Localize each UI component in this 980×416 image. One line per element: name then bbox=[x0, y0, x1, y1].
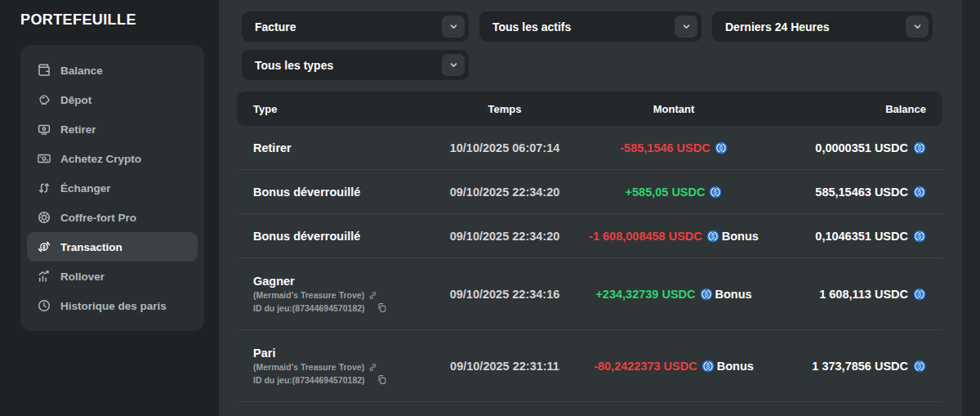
filter-types-dropdown[interactable]: Tous les types bbox=[242, 50, 469, 80]
vault-icon bbox=[37, 210, 51, 225]
sidebar-item-balance[interactable]: Balance bbox=[27, 56, 198, 85]
sidebar-item-vault-pro[interactable]: Coffre-fort Pro bbox=[27, 203, 198, 232]
transaction-type: Bonus déverrouillé bbox=[253, 230, 433, 243]
filter-period-dropdown[interactable]: Derniers 24 Heures bbox=[712, 11, 933, 42]
game-name: (Mermaid's Treasure Trove) bbox=[253, 362, 364, 372]
sidebar-item-label: Retirer bbox=[60, 123, 96, 136]
chevron-down-icon[interactable] bbox=[906, 16, 929, 38]
transaction-balance-cell: 0,0000351 USDC bbox=[771, 141, 926, 154]
transaction-balance: 1 373,7856 USDC bbox=[812, 360, 908, 373]
sidebar-item-label: Achetez Crypto bbox=[60, 153, 141, 165]
sidebar-item-label: Rollover bbox=[60, 271, 105, 283]
transaction-time: 09/10/2025 22:34:20 bbox=[433, 186, 577, 199]
transaction-row: Bonus déverrouillé09/10/2025 22:34:20-1 … bbox=[237, 214, 942, 258]
transaction-balance: 1 608,113 USDC bbox=[819, 288, 908, 301]
transaction-amount: -1 608,008458 USDC bbox=[589, 230, 702, 243]
sidebar-nav: BalanceDêpotRetirerAchetez CryptoÉchange… bbox=[20, 45, 204, 331]
transaction-type: Retirer bbox=[253, 141, 433, 154]
transaction-time: 09/10/2025 22:34:16 bbox=[433, 288, 577, 301]
transaction-amount: -585,1546 USDC bbox=[620, 141, 710, 154]
chevron-down-icon[interactable] bbox=[442, 16, 465, 38]
filter-assets-value: Tous les actifs bbox=[492, 20, 571, 34]
link-icon[interactable] bbox=[368, 363, 377, 372]
transaction-balance-cell: 1 608,113 USDC bbox=[771, 288, 926, 301]
transaction-balance-cell: 1 373,7856 USDC bbox=[771, 360, 926, 373]
transaction-type: Bonus déverrouillé bbox=[253, 186, 433, 199]
usdc-icon bbox=[913, 360, 926, 373]
page-title: PORTEFEUILLE bbox=[20, 11, 219, 29]
usdc-icon bbox=[715, 141, 728, 154]
filter-types-value: Tous les types bbox=[255, 59, 333, 72]
usdc-icon bbox=[913, 288, 926, 301]
usdc-icon bbox=[913, 141, 926, 154]
game-name-line: (Mermaid's Treasure Trove) bbox=[253, 290, 433, 300]
usdc-icon bbox=[706, 230, 719, 243]
chevron-down-icon[interactable] bbox=[675, 16, 697, 38]
clock-icon bbox=[37, 298, 51, 313]
filter-period-value: Derniers 24 Heures bbox=[725, 20, 830, 34]
usdc-icon bbox=[913, 186, 926, 199]
wallet-icon bbox=[37, 63, 51, 78]
transaction-icon bbox=[37, 239, 51, 254]
sidebar-item-bet-history[interactable]: Historique des paris bbox=[27, 291, 198, 320]
withdraw-icon bbox=[37, 122, 51, 136]
link-icon[interactable] bbox=[368, 291, 377, 300]
sidebar-item-transaction[interactable]: Transaction bbox=[27, 232, 198, 262]
usdc-icon bbox=[702, 360, 715, 373]
transaction-row: Pari(Mermaid's Treasure Trove)ID du jeu:… bbox=[237, 330, 942, 402]
transaction-balance-cell: 585,15463 USDC bbox=[771, 186, 926, 199]
game-id-line: ID du jeu:(87344694570182) bbox=[253, 374, 433, 385]
bonus-tag: Bonus bbox=[715, 288, 752, 301]
header-amount: Montant bbox=[577, 103, 771, 115]
transaction-balance: 0,1046351 USDC bbox=[815, 230, 908, 243]
sidebar-item-label: Dêpot bbox=[60, 94, 91, 106]
sidebar-item-rollover[interactable]: Rollover bbox=[27, 262, 198, 291]
filter-invoice-dropdown[interactable]: Facture bbox=[242, 11, 469, 42]
sidebar-item-deposit[interactable]: Dêpot bbox=[27, 85, 198, 114]
transaction-amount: +585,05 USDC bbox=[626, 186, 706, 199]
transaction-time: 09/10/2025 22:34:20 bbox=[433, 230, 577, 243]
transaction-time: 10/10/2025 06:07:14 bbox=[433, 141, 577, 154]
sidebar-item-buy-crypto[interactable]: Achetez Crypto bbox=[27, 144, 198, 173]
sidebar-item-label: Transaction bbox=[60, 241, 122, 253]
rollover-icon bbox=[37, 269, 51, 284]
usdc-icon bbox=[913, 230, 926, 243]
filters-bar: Facture Tous les actifs Derniers 24 Heur… bbox=[242, 11, 934, 80]
copy-icon[interactable] bbox=[376, 374, 387, 385]
transaction-balance: 585,15463 USDC bbox=[815, 186, 908, 199]
transaction-amount-cell: -585,1546 USDC bbox=[577, 141, 771, 154]
sidebar-item-swap[interactable]: Échanger bbox=[27, 173, 198, 203]
game-id-line: ID du jeu:(87344694570182) bbox=[253, 302, 433, 313]
transaction-type: Pari bbox=[253, 347, 433, 360]
transaction-row: Bonus déverrouillé09/10/2025 22:34:20+58… bbox=[237, 170, 942, 214]
transaction-amount-cell: -1 608,008458 USDCBonus bbox=[577, 230, 771, 243]
transaction-row: Gagner(Mermaid's Treasure Trove)ID du je… bbox=[237, 258, 942, 330]
wallet-page: PORTEFEUILLE BalanceDêpotRetirerAchetez … bbox=[0, 0, 980, 416]
bonus-tag: Bonus bbox=[722, 230, 759, 243]
game-name-line: (Mermaid's Treasure Trove) bbox=[253, 362, 433, 372]
header-balance: Balance bbox=[771, 103, 926, 115]
main-content: Facture Tous les actifs Derniers 24 Heur… bbox=[219, 0, 962, 416]
transaction-type-cell: Retirer bbox=[253, 141, 433, 154]
usdc-icon bbox=[709, 186, 722, 199]
transaction-type-cell: Pari(Mermaid's Treasure Trove)ID du jeu:… bbox=[253, 347, 433, 385]
transaction-balance-cell: 0,1046351 USDC bbox=[771, 230, 926, 243]
sidebar-item-label: Échanger bbox=[60, 182, 111, 195]
transaction-amount-cell: +585,05 USDC bbox=[577, 186, 771, 199]
right-gutter bbox=[962, 0, 980, 416]
transaction-type-cell: Bonus déverrouillé bbox=[253, 186, 433, 199]
table-body: Retirer10/10/2025 06:07:14-585,1546 USDC… bbox=[237, 126, 942, 402]
header-time: Temps bbox=[433, 103, 577, 115]
swap-icon bbox=[37, 181, 51, 195]
game-id: ID du jeu:(87344694570182) bbox=[253, 303, 365, 313]
transaction-amount-cell: +234,32739 USDCBonus bbox=[577, 288, 771, 301]
table-header: Type Temps Montant Balance bbox=[237, 92, 942, 126]
copy-icon[interactable] bbox=[376, 302, 387, 313]
chevron-down-icon[interactable] bbox=[442, 54, 465, 76]
filter-assets-dropdown[interactable]: Tous les actifs bbox=[479, 11, 702, 42]
bonus-tag: Bonus bbox=[717, 360, 754, 373]
sidebar-item-withdraw[interactable]: Retirer bbox=[27, 114, 198, 144]
sidebar-item-label: Historique des paris bbox=[60, 300, 167, 312]
transaction-row: Retirer10/10/2025 06:07:14-585,1546 USDC… bbox=[237, 126, 942, 170]
usdc-icon bbox=[700, 288, 713, 301]
